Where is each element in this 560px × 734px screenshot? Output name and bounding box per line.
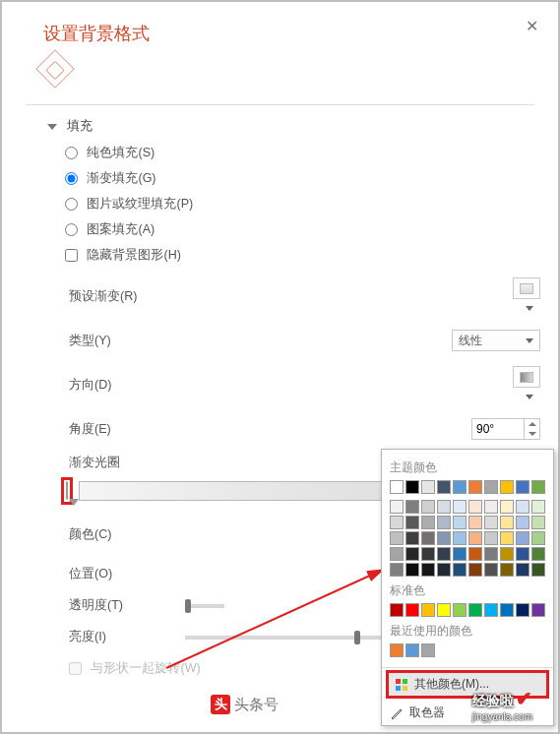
color-swatch[interactable]: [421, 643, 435, 657]
color-swatch[interactable]: [484, 547, 498, 561]
standard-colors-row: [390, 603, 545, 617]
color-swatch[interactable]: [421, 603, 435, 617]
color-swatch[interactable]: [437, 500, 451, 514]
color-swatch[interactable]: [468, 563, 482, 577]
popup-divider: [382, 667, 553, 668]
color-swatch[interactable]: [468, 480, 482, 494]
color-swatch[interactable]: [468, 500, 482, 514]
color-swatch[interactable]: [405, 500, 419, 514]
color-swatch[interactable]: [500, 500, 514, 514]
color-swatch[interactable]: [500, 547, 514, 561]
color-swatch[interactable]: [516, 547, 529, 561]
color-swatch[interactable]: [390, 516, 404, 529]
color-swatch[interactable]: [468, 603, 482, 617]
color-swatch[interactable]: [437, 480, 451, 494]
color-swatch[interactable]: [390, 531, 404, 545]
opt-solid[interactable]: 纯色填充(S): [65, 145, 546, 161]
color-swatch[interactable]: [405, 516, 419, 529]
color-swatch[interactable]: [516, 500, 529, 514]
color-swatch[interactable]: [390, 547, 404, 561]
color-swatch[interactable]: [531, 531, 545, 545]
opt-pattern[interactable]: 图案填充(A): [65, 221, 546, 238]
color-swatch[interactable]: [437, 547, 451, 561]
color-swatch[interactable]: [405, 531, 419, 545]
color-swatch[interactable]: [500, 563, 514, 577]
color-swatch[interactable]: [484, 563, 498, 577]
color-swatch[interactable]: [390, 500, 404, 514]
color-swatch[interactable]: [468, 547, 482, 561]
color-swatch[interactable]: [484, 603, 498, 617]
color-swatch[interactable]: [500, 603, 514, 617]
type-dropdown[interactable]: 线性: [452, 330, 540, 351]
gradient-stop-thumb[interactable]: [66, 481, 68, 500]
color-swatch[interactable]: [405, 603, 419, 617]
color-swatch[interactable]: [500, 516, 514, 529]
color-swatch[interactable]: [516, 531, 529, 545]
color-swatch[interactable]: [405, 643, 419, 657]
brightness-label: 亮度(I): [69, 629, 177, 645]
color-swatch[interactable]: [421, 547, 435, 561]
direction-label: 方向(D): [69, 377, 177, 394]
color-swatch[interactable]: [516, 603, 529, 617]
color-swatch[interactable]: [421, 531, 435, 545]
color-swatch[interactable]: [531, 516, 545, 529]
color-swatch[interactable]: [390, 563, 404, 577]
color-swatch[interactable]: [453, 516, 467, 529]
svg-rect-8: [396, 679, 401, 684]
color-swatch[interactable]: [484, 500, 498, 514]
standard-colors-header: 标准色: [390, 582, 545, 599]
color-swatch[interactable]: [531, 500, 545, 514]
color-swatch[interactable]: [390, 643, 404, 657]
color-swatch[interactable]: [453, 531, 467, 545]
fill-tab-icon[interactable]: [35, 49, 75, 89]
transparency-label: 透明度(T): [69, 597, 177, 614]
color-swatch[interactable]: [453, 547, 467, 561]
color-swatch[interactable]: [484, 516, 498, 529]
position-label: 位置(O): [69, 566, 177, 582]
color-swatch[interactable]: [468, 531, 482, 545]
color-swatch[interactable]: [531, 547, 545, 561]
color-swatch[interactable]: [484, 480, 498, 494]
color-swatch[interactable]: [437, 563, 451, 577]
color-swatch[interactable]: [453, 603, 467, 617]
site-url: jingyanla.com: [472, 711, 532, 722]
color-swatch[interactable]: [421, 500, 435, 514]
preset-dropdown[interactable]: [513, 277, 540, 299]
color-swatch[interactable]: [516, 516, 529, 529]
color-swatch[interactable]: [516, 563, 529, 577]
opt-picture[interactable]: 图片或纹理填充(P): [65, 196, 546, 213]
color-swatch[interactable]: [405, 563, 419, 577]
color-swatch[interactable]: [405, 480, 419, 494]
color-swatch[interactable]: [390, 603, 404, 617]
color-swatch[interactable]: [516, 480, 529, 494]
opt-hide[interactable]: 隐藏背景图形(H): [65, 247, 546, 264]
transparency-slider[interactable]: [185, 604, 224, 608]
opt-gradient[interactable]: 渐变填充(G): [65, 170, 546, 187]
color-swatch[interactable]: [453, 500, 467, 514]
color-swatch[interactable]: [437, 603, 451, 617]
color-swatch[interactable]: [453, 563, 467, 577]
color-swatch[interactable]: [453, 480, 467, 494]
theme-colors-header: 主题颜色: [390, 459, 545, 476]
toutiao-icon: 头: [211, 695, 230, 714]
color-swatch[interactable]: [421, 516, 435, 529]
direction-dropdown[interactable]: [513, 366, 540, 388]
svg-rect-9: [403, 679, 407, 684]
color-swatch[interactable]: [421, 480, 435, 494]
color-swatch[interactable]: [405, 547, 419, 561]
color-swatch[interactable]: [484, 531, 498, 545]
color-swatch[interactable]: [468, 516, 482, 529]
color-swatch[interactable]: [500, 531, 514, 545]
color-swatch[interactable]: [437, 531, 451, 545]
color-swatch[interactable]: [390, 480, 404, 494]
close-icon[interactable]: ✕: [526, 17, 538, 35]
angle-spinner[interactable]: [471, 418, 540, 440]
color-swatch[interactable]: [437, 516, 451, 529]
color-swatch[interactable]: [531, 480, 545, 494]
color-swatch[interactable]: [531, 603, 545, 617]
color-swatch[interactable]: [421, 563, 435, 577]
color-swatch[interactable]: [531, 563, 545, 577]
angle-label: 角度(E): [69, 421, 177, 438]
section-fill[interactable]: 填充: [47, 117, 546, 135]
color-swatch[interactable]: [500, 480, 514, 494]
